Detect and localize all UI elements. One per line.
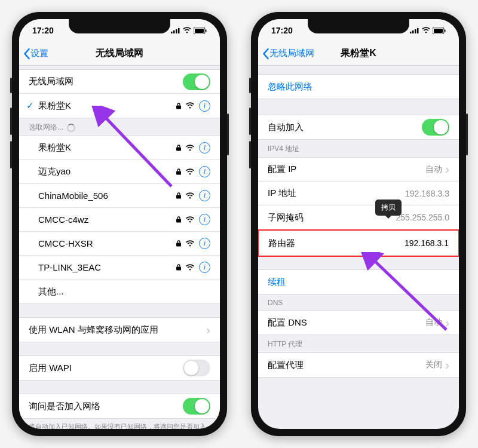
dns-header: DNS [258,294,459,310]
svg-rect-15 [412,30,414,33]
info-icon[interactable]: i [199,262,210,273]
ask-to-join-row[interactable]: 询问是否加入网络 [19,394,220,418]
lock-icon [176,216,181,223]
configure-ip-row[interactable]: 配置 IP自动› [258,158,459,182]
chevron-left-icon [262,48,269,60]
svg-rect-17 [417,28,419,33]
svg-rect-14 [410,32,412,33]
lock-icon [176,145,181,151]
chevron-right-icon: › [445,162,449,176]
lock-icon [176,168,181,175]
wifi-icon [421,27,431,34]
info-icon[interactable]: i [199,214,210,225]
svg-rect-9 [176,171,181,175]
svg-rect-16 [415,29,416,33]
wifi-icon [185,192,195,200]
status-time: 17:20 [271,26,293,35]
ipv4-header: IPV4 地址 [258,140,459,157]
signal-icon [410,27,419,33]
info-icon[interactable]: i [199,238,210,249]
connected-network-row[interactable]: ✓ 果粉堂K i [19,94,220,118]
router-row[interactable]: 路由器192.168.3.1 [259,231,458,255]
choose-network-header: 选取网络... [19,118,220,136]
svg-rect-5 [195,29,204,33]
battery-icon [433,27,446,34]
wifi-icon [185,145,195,152]
wapi-toggle[interactable] [183,360,210,376]
network-row[interactable]: TP-LINK_3EACi [19,256,220,280]
svg-rect-11 [176,219,181,223]
wifi-icon [185,168,195,176]
checkmark-icon: ✓ [26,100,37,111]
svg-rect-1 [173,30,175,33]
configure-proxy-row[interactable]: 配置代理关闭› [258,353,459,377]
router-highlight: 路由器192.168.3.1 [258,229,459,257]
ask-toggle[interactable] [183,398,210,415]
notch [308,19,409,33]
svg-rect-6 [206,29,207,32]
wifi-icon [185,216,195,223]
chevron-right-icon: › [445,358,449,372]
back-button[interactable]: 无线局域网 [258,48,314,60]
svg-rect-13 [176,267,181,271]
apps-using-wlan-row[interactable]: 使用 WLAN 与蜂窝移动网的应用› [19,318,220,342]
wifi-icon [182,27,192,34]
forget-network-row[interactable]: 忽略此网络 [258,75,459,99]
signal-icon [171,27,180,33]
http-proxy-header: HTTP 代理 [258,335,459,352]
subnet-mask-row[interactable]: 子网掩码255.255.255.0 拷贝 [258,205,459,229]
chevron-left-icon [23,48,30,60]
wifi-icon [185,102,195,109]
wifi-icon [185,240,195,247]
chevron-right-icon: › [445,316,449,330]
network-row[interactable]: ChinaMobile_506i [19,184,220,208]
nav-bar: 无线局域网 果粉堂K [258,42,459,66]
ip-address-row[interactable]: IP 地址192.168.3.3 [258,182,459,205]
chevron-right-icon: › [206,323,210,337]
back-button[interactable]: 设置 [19,48,48,60]
network-list: 果粉堂Ki 迈克yaoi ChinaMobile_506i CMCC-c4wzi… [19,136,220,304]
auto-join-row[interactable]: 自动加入 [258,115,459,139]
lock-icon [176,103,181,109]
lock-icon [176,264,181,271]
info-icon[interactable]: i [199,166,210,177]
battery-icon [194,27,207,34]
svg-rect-3 [178,28,180,33]
svg-rect-10 [176,195,181,199]
svg-rect-8 [176,148,181,151]
wifi-master-row[interactable]: 无线局域网 [19,70,220,94]
other-network-row[interactable]: 其他... [19,280,220,303]
status-time: 17:20 [32,26,54,35]
svg-rect-0 [171,32,173,33]
info-icon[interactable]: i [199,100,210,112]
info-icon[interactable]: i [199,142,210,154]
info-icon[interactable]: i [199,190,210,201]
nav-bar: 设置 无线局域网 [19,42,220,66]
ask-footer: 将自动加入已知网络。如果没有已知网络，将询问您是否加入新网络。 [19,419,220,429]
configure-dns-row[interactable]: 配置 DNS自动› [258,311,459,335]
lock-icon [176,240,181,247]
network-row[interactable]: CMCC-HXSRi [19,232,220,256]
spinner-icon [67,124,75,132]
wifi-toggle[interactable] [183,73,210,90]
svg-rect-12 [176,243,181,247]
lock-icon [176,192,181,199]
network-row[interactable]: 果粉堂Ki [19,136,220,160]
wifi-icon [185,264,195,271]
svg-rect-19 [434,29,443,33]
copy-tooltip[interactable]: 拷贝 [375,200,402,216]
auto-join-toggle[interactable] [422,119,449,136]
phone-right: 17:20 无线局域网 果粉堂K 忽略此网络 自动加入 IPV4 地址 配置 I… [251,12,466,436]
svg-rect-7 [176,105,181,109]
network-row[interactable]: CMCC-c4wzi [19,208,220,232]
svg-rect-2 [176,29,177,33]
network-row[interactable]: 迈克yaoi [19,160,220,184]
svg-rect-20 [445,29,446,32]
phone-left: 17:20 设置 无线局域网 无线局域网 ✓ 果粉堂K i 选取网络... 果粉… [12,12,227,436]
renew-lease-row[interactable]: 续租 [258,270,459,294]
wapi-row[interactable]: 启用 WAPI [19,356,220,380]
notch [69,19,170,33]
nav-title: 无线局域网 [19,47,220,60]
